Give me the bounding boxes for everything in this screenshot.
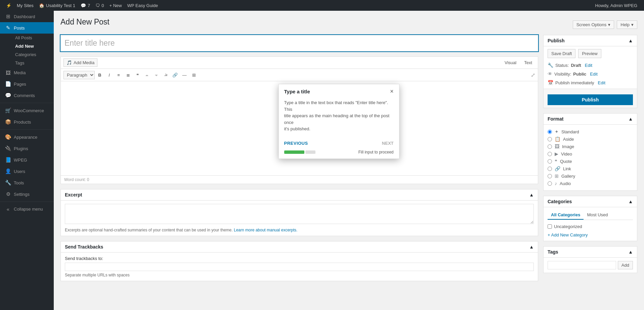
progress-message: Fill input to proceed [358, 150, 394, 154]
modal-progress-bar: Fill input to proceed [279, 150, 399, 159]
comments-count: 7 [88, 3, 90, 8]
modal-close-button[interactable]: × [390, 88, 394, 94]
modal-header: Type a title × [279, 84, 399, 98]
admin-bar-my-sites[interactable]: My Sites [14, 0, 36, 11]
admin-bar-discussion[interactable]: 🗨 0 [93, 0, 106, 11]
modal-prev-button[interactable]: PREVIOUS [284, 141, 308, 146]
modal-next-button[interactable]: NEXT [382, 141, 394, 146]
new-label: + New [110, 3, 122, 8]
modal-footer: PREVIOUS NEXT [279, 137, 399, 150]
progress-track [284, 150, 315, 154]
progress-empty [305, 150, 315, 154]
admin-bar-wp-icon[interactable]: ⚡ [3, 0, 14, 11]
discussion-icon: 🗨 [95, 3, 100, 8]
discussion-count: 0 [101, 3, 104, 8]
plugin-label: WP Easy Guide [127, 3, 158, 8]
modal-body: Type a title in the text box that reads … [279, 98, 399, 137]
wp-logo-icon: ⚡ [6, 3, 11, 8]
user-greeting: Howdy, Admin WPEG [595, 3, 637, 8]
my-sites-label: My Sites [17, 3, 34, 8]
progress-filled [284, 150, 304, 154]
modal-overlay: Type a title × Type a title in the text … [0, 0, 644, 310]
modal-desc: Type a title in the text box that reads … [284, 99, 394, 132]
comments-icon: 💬 [81, 3, 86, 8]
admin-bar-new[interactable]: + New [107, 0, 125, 11]
modal-box: Type a title × Type a title in the text … [278, 84, 399, 159]
site-name-label: Usability Test 1 [46, 3, 75, 8]
admin-bar-comments[interactable]: 💬 7 [78, 0, 93, 11]
admin-bar: ⚡ My Sites 🏠 Usability Test 1 💬 7 🗨 0 + … [0, 0, 644, 11]
admin-bar-user: Howdy, Admin WPEG [592, 3, 641, 8]
modal-title: Type a title [284, 89, 310, 94]
admin-bar-site[interactable]: 🏠 Usability Test 1 [36, 0, 78, 11]
admin-bar-plugin[interactable]: WP Easy Guide [125, 0, 161, 11]
site-home-icon: 🏠 [39, 3, 44, 8]
